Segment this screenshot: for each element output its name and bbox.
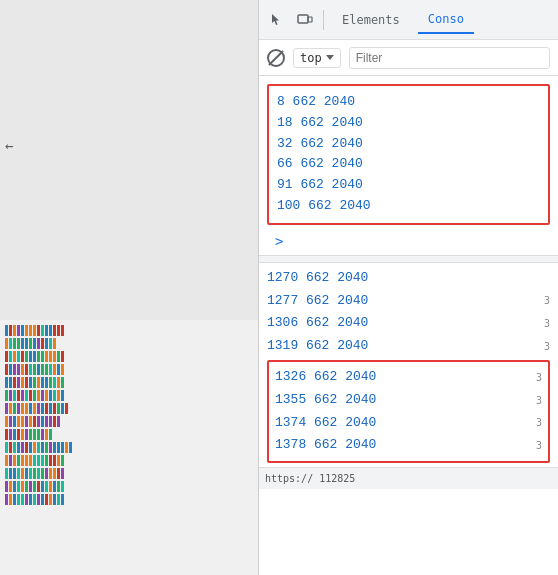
tick-mark xyxy=(17,377,20,388)
tick-mark xyxy=(57,416,60,427)
tick-mark xyxy=(21,442,24,453)
tick-mark xyxy=(25,351,28,362)
tick-mark xyxy=(61,403,64,414)
tick-mark xyxy=(41,468,44,479)
console-line-row: 1277 662 20403 xyxy=(267,290,550,313)
tick-mark xyxy=(49,442,52,453)
responsive-icon[interactable] xyxy=(295,10,315,30)
tick-mark xyxy=(9,416,12,427)
tick-mark xyxy=(5,338,8,349)
tick-mark xyxy=(21,325,24,336)
tick-mark xyxy=(37,455,40,466)
tick-mark xyxy=(57,390,60,401)
tick-mark xyxy=(45,455,48,466)
tick-mark xyxy=(17,351,20,362)
tick-mark xyxy=(57,481,60,492)
tick-row xyxy=(5,455,195,466)
tick-mark xyxy=(13,403,16,414)
arrow-icon: → xyxy=(5,140,13,156)
webpage-bottom xyxy=(0,320,258,575)
tick-mark xyxy=(5,390,8,401)
tick-mark xyxy=(13,494,16,505)
tick-row xyxy=(5,481,195,492)
console-content[interactable]: 8 662 204018 662 204032 662 204066 662 2… xyxy=(259,76,558,575)
tick-mark xyxy=(5,494,8,505)
tick-mark xyxy=(61,390,64,401)
tick-mark xyxy=(65,403,68,414)
filter-input[interactable] xyxy=(349,47,550,69)
tick-row xyxy=(5,494,195,505)
tick-mark xyxy=(37,442,40,453)
console-line-row: 1270 662 2040 xyxy=(267,267,550,290)
tick-mark xyxy=(21,481,24,492)
tick-row xyxy=(5,338,195,349)
tick-row xyxy=(5,364,195,375)
svg-rect-0 xyxy=(298,15,308,23)
tick-mark xyxy=(49,416,52,427)
tick-mark xyxy=(13,429,16,440)
tick-mark xyxy=(29,494,32,505)
tick-mark xyxy=(25,455,28,466)
cursor-icon[interactable] xyxy=(267,10,287,30)
tick-mark xyxy=(49,351,52,362)
tick-mark xyxy=(53,403,56,414)
tick-mark xyxy=(57,364,60,375)
tick-mark xyxy=(9,390,12,401)
context-selector[interactable]: top xyxy=(293,48,341,68)
tick-mark xyxy=(17,325,20,336)
tick-mark xyxy=(25,338,28,349)
tick-mark xyxy=(5,455,8,466)
tick-mark xyxy=(45,390,48,401)
tab-console[interactable]: Conso xyxy=(418,6,474,34)
tick-mark xyxy=(9,364,12,375)
tick-mark xyxy=(9,429,12,440)
webpage-panel: → xyxy=(0,0,258,575)
tick-mark xyxy=(41,442,44,453)
tick-mark xyxy=(21,468,24,479)
console-line-item: 66 662 2040 xyxy=(277,154,540,175)
tick-mark xyxy=(33,403,36,414)
tick-mark xyxy=(41,455,44,466)
tick-mark xyxy=(33,338,36,349)
tick-mark xyxy=(61,481,64,492)
devtools-panel: Elements Conso top 8 662 204018 662 2040… xyxy=(258,0,558,575)
tick-marks-container xyxy=(0,320,200,512)
tick-mark xyxy=(33,481,36,492)
tick-mark xyxy=(21,338,24,349)
line-number: 3 xyxy=(536,395,542,406)
tick-mark xyxy=(49,468,52,479)
tab-elements[interactable]: Elements xyxy=(332,7,410,33)
console-expand-arrow[interactable]: > xyxy=(267,231,550,251)
tick-mark xyxy=(17,390,20,401)
tick-mark xyxy=(57,494,60,505)
tick-mark xyxy=(29,325,32,336)
tick-mark xyxy=(25,403,28,414)
console-bottom-section: 1270 662 20401277 662 204031306 662 2040… xyxy=(259,263,558,467)
tick-mark xyxy=(29,338,32,349)
tick-mark xyxy=(9,338,12,349)
tick-mark xyxy=(17,429,20,440)
tick-mark xyxy=(57,325,60,336)
tick-mark xyxy=(61,455,64,466)
tick-mark xyxy=(33,494,36,505)
tick-mark xyxy=(37,338,40,349)
tick-mark xyxy=(45,377,48,388)
tick-mark xyxy=(57,403,60,414)
tick-mark xyxy=(29,481,32,492)
console-line-row: 1378 662 20403 xyxy=(275,434,542,457)
tick-mark xyxy=(25,390,28,401)
tick-mark xyxy=(33,429,36,440)
tick-mark xyxy=(17,494,20,505)
tick-mark xyxy=(53,351,56,362)
tick-mark xyxy=(17,416,20,427)
tick-mark xyxy=(45,494,48,505)
tick-mark xyxy=(5,364,8,375)
tick-mark xyxy=(53,442,56,453)
tick-row xyxy=(5,442,195,453)
tick-row xyxy=(5,429,195,440)
tick-mark xyxy=(41,351,44,362)
tick-mark xyxy=(41,325,44,336)
tick-mark xyxy=(49,390,52,401)
tick-mark xyxy=(33,416,36,427)
clear-console-icon[interactable] xyxy=(267,49,285,67)
